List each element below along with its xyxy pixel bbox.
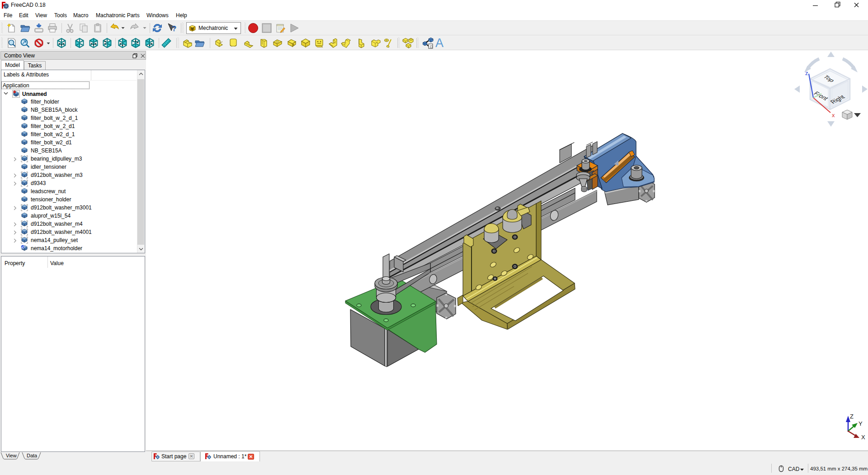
svg-text:Data: Data <box>27 453 38 458</box>
svg-text:View: View <box>6 453 17 458</box>
svg-text:?: ? <box>172 24 176 33</box>
svg-text:M: M <box>190 27 194 31</box>
svg-text:z: z <box>805 70 808 76</box>
svg-text:Z: Z <box>850 413 854 420</box>
svg-text:x: x <box>832 112 835 119</box>
svg-text:Y: Y <box>859 420 863 427</box>
svg-text:X: X <box>861 434 865 441</box>
